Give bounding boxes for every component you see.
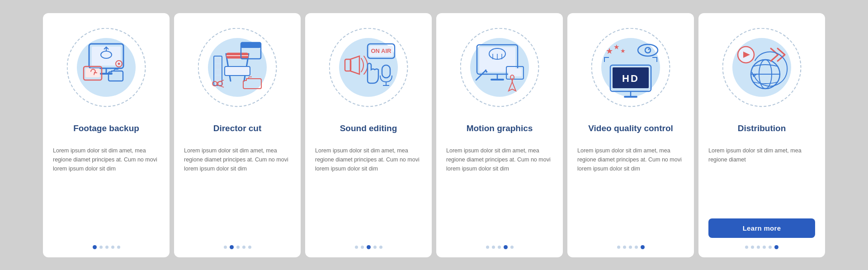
dot-active (230, 245, 234, 249)
svg-text:HD: HD (622, 73, 639, 84)
distribution-icon (726, 31, 798, 104)
svg-point-53 (645, 47, 651, 53)
dot (117, 246, 120, 249)
sound-editing-icon: ON ON ON AIR (332, 31, 405, 104)
card-dots (617, 245, 645, 249)
motion-graphics-icon (463, 31, 536, 104)
card-footage-backup: Footage backup Lorem ipsum dolor sit dim… (43, 13, 170, 257)
learn-more-button[interactable]: Learn more (708, 218, 815, 238)
svg-point-52 (638, 44, 658, 56)
svg-rect-43 (491, 79, 504, 81)
dot (361, 246, 364, 249)
card-title: Sound editing (340, 117, 397, 141)
card-text: Lorem ipsum dolor sit dim amet, mea regi… (708, 146, 815, 212)
svg-rect-16 (215, 58, 221, 63)
card-title: Motion graphics (467, 117, 533, 141)
card-text: Lorem ipsum dolor sit dim amet, mea regi… (577, 146, 684, 238)
svg-rect-21 (241, 43, 261, 48)
card-illustration-distribution (717, 22, 807, 113)
dot (99, 246, 103, 249)
svg-text:ON AIR: ON AIR (371, 47, 392, 54)
dot (355, 246, 358, 249)
svg-rect-33 (382, 65, 390, 78)
dot (629, 246, 632, 249)
svg-point-9 (118, 62, 120, 65)
dot (236, 246, 240, 249)
card-sound-editing: ON ON ON AIR Sound editing Lorem ipsum d… (305, 13, 432, 257)
dot (510, 246, 514, 249)
card-title: Distribution (738, 117, 786, 141)
dot (242, 246, 245, 249)
card-title: Director cut (213, 117, 262, 141)
dot (635, 246, 638, 249)
dot (248, 246, 251, 249)
svg-text:★: ★ (613, 43, 619, 51)
dot-active (93, 245, 97, 249)
dot (379, 246, 382, 249)
card-illustration-sound-editing: ON ON ON AIR (323, 22, 414, 113)
dot-active (367, 245, 371, 249)
dot (769, 246, 772, 249)
footage-backup-icon (70, 31, 142, 104)
card-text: Lorem ipsum dolor sit dim amet, mea regi… (184, 146, 291, 238)
svg-rect-59 (624, 96, 637, 98)
card-text: Lorem ipsum dolor sit dim amet, mea regi… (446, 146, 553, 238)
card-director-cut: Director cut Lorem ipsum dolor sit dim a… (174, 13, 301, 257)
dot (224, 246, 227, 249)
svg-text:★: ★ (620, 47, 626, 54)
card-illustration-video-quality-control: ★ ★ ★ HD (585, 22, 676, 113)
dot-active (641, 245, 645, 249)
card-dots (745, 245, 778, 249)
svg-rect-19 (215, 76, 221, 81)
svg-marker-26 (350, 56, 359, 74)
dot (105, 246, 108, 249)
svg-rect-18 (215, 70, 221, 75)
card-video-quality-control: ★ ★ ★ HD Video quality control Lorem ip (567, 13, 694, 257)
card-illustration-footage-backup (61, 22, 151, 113)
card-illustration-director-cut (192, 22, 283, 113)
dot-active (774, 245, 778, 249)
card-dots (93, 245, 120, 249)
svg-rect-45 (508, 68, 522, 76)
cards-container: Footage backup Lorem ipsum dolor sit dim… (0, 4, 868, 266)
dot (623, 246, 626, 249)
dot (373, 246, 377, 249)
svg-text:★: ★ (606, 47, 613, 56)
svg-rect-17 (215, 64, 221, 69)
svg-rect-12 (225, 66, 250, 76)
dot (757, 246, 760, 249)
card-dots (224, 245, 251, 249)
dot (492, 246, 495, 249)
dot (617, 246, 620, 249)
dot (745, 246, 748, 249)
director-cut-icon (201, 31, 274, 104)
dot (751, 246, 754, 249)
svg-point-54 (648, 48, 650, 50)
dot (111, 246, 114, 249)
card-text: Lorem ipsum dolor sit dim amet, mea regi… (53, 146, 160, 238)
dot-active (504, 245, 508, 249)
video-quality-control-icon: ★ ★ ★ HD (594, 31, 667, 104)
card-motion-graphics: Motion graphics Lorem ipsum dolor sit di… (436, 13, 563, 257)
card-distribution: Distribution Lorem ipsum dolor sit dim a… (698, 13, 825, 257)
dot (498, 246, 501, 249)
card-illustration-motion-graphics (454, 22, 545, 113)
card-text: Lorem ipsum dolor sit dim amet, mea regi… (315, 146, 422, 238)
card-title: Video quality control (588, 117, 673, 141)
dot (763, 246, 766, 249)
card-title: Footage backup (73, 117, 139, 141)
dot (486, 246, 489, 249)
card-dots (486, 245, 514, 249)
card-dots (355, 245, 382, 249)
